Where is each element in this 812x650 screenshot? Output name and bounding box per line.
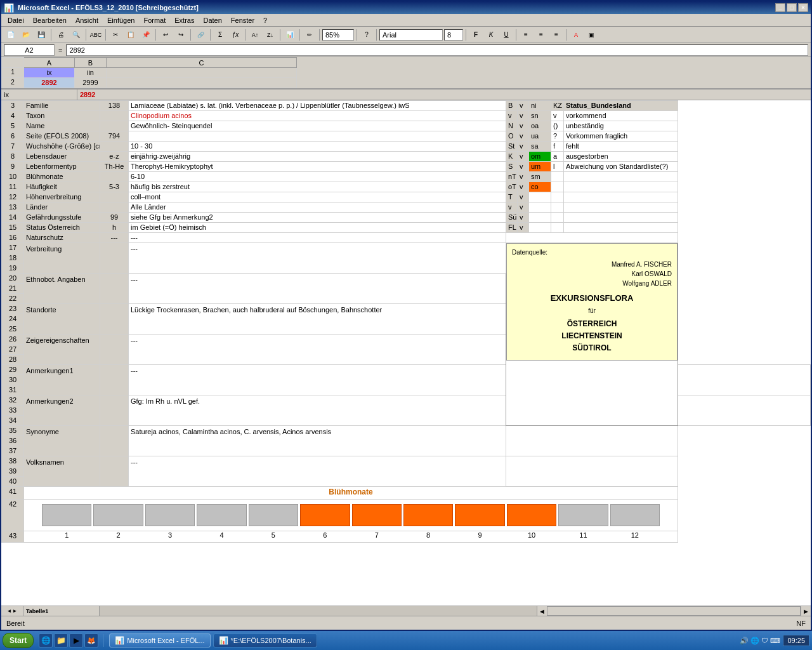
align-right-button[interactable]: ≡ bbox=[549, 29, 563, 41]
month-label-7: 7 bbox=[352, 531, 402, 539]
copy-button[interactable]: 📋 bbox=[124, 29, 138, 41]
cell-b1[interactable]: iin bbox=[75, 68, 107, 78]
month-label-6: 6 bbox=[300, 531, 350, 539]
menu-help[interactable]: ? bbox=[259, 15, 271, 25]
cell-f: f bbox=[551, 142, 564, 152]
undo-button[interactable]: ↩ bbox=[159, 29, 173, 41]
menu-extras[interactable]: Extras bbox=[171, 15, 198, 25]
formula-input[interactable] bbox=[66, 44, 808, 56]
menu-einfuegen[interactable]: Einfügen bbox=[103, 15, 138, 25]
cell-empty7 bbox=[564, 192, 678, 202]
minimize-button[interactable]: _ bbox=[775, 3, 785, 12]
name-box[interactable] bbox=[4, 44, 55, 56]
cell-sa: sa bbox=[529, 142, 551, 152]
row-bluehmonate-chart: 42 bbox=[2, 500, 811, 531]
maximize-button[interactable]: □ bbox=[787, 3, 797, 12]
menu-daten[interactable]: Daten bbox=[199, 15, 225, 25]
cell-lebensdauer-code: e-z bbox=[100, 152, 129, 162]
menu-bearbeiten[interactable]: Bearbeiten bbox=[29, 15, 70, 25]
autosum-button[interactable]: Σ bbox=[213, 29, 227, 41]
cell-synonyme-label: Synonyme bbox=[24, 426, 100, 456]
cell-v5: v bbox=[518, 131, 529, 142]
menu-datei[interactable]: Datei bbox=[4, 15, 28, 25]
cell-co-orange: co bbox=[529, 182, 551, 192]
font-color-button[interactable]: A bbox=[569, 29, 583, 41]
fill-color-button[interactable]: ▣ bbox=[584, 29, 598, 41]
scroll-h-left[interactable]: ◄ bbox=[537, 606, 547, 616]
cell-a1[interactable]: ix bbox=[24, 68, 75, 78]
cell-hoehenverbreitung-label: Höhenverbreitung bbox=[24, 192, 100, 202]
title-bar: 📊 Microsoft Excel - EFÖLS3_12_2010 [Schr… bbox=[1, 1, 811, 14]
preview-button[interactable]: 🔍 bbox=[69, 29, 83, 41]
align-left-button[interactable]: ≡ bbox=[519, 29, 533, 41]
close-button[interactable]: × bbox=[798, 3, 808, 12]
cell-kz-header: KZ bbox=[551, 101, 564, 111]
scroll-left-btn[interactable]: ◄ bbox=[7, 608, 12, 614]
cell-empty14 bbox=[529, 223, 551, 233]
chart-button[interactable]: 📊 bbox=[283, 29, 297, 41]
cell-unbestaendig: unbeständig bbox=[564, 121, 678, 131]
sort-asc-button[interactable]: A↑ bbox=[248, 29, 262, 41]
month-label-8: 8 bbox=[403, 531, 453, 539]
menu-ansicht[interactable]: Ansicht bbox=[72, 15, 102, 25]
row-laender: 13 Länder Alle Länder v v bbox=[2, 202, 811, 213]
paste-button[interactable]: 📌 bbox=[139, 29, 153, 41]
sheet-tab[interactable]: Tabelle1 bbox=[26, 608, 48, 614]
scroll-h-right[interactable]: ► bbox=[801, 606, 811, 616]
cell-c1[interactable] bbox=[107, 68, 297, 78]
zoom-input[interactable] bbox=[322, 29, 354, 41]
cell-empty15 bbox=[551, 223, 564, 233]
font-size-input[interactable] bbox=[444, 29, 463, 41]
cell-status-header: Status_Bundesland bbox=[564, 101, 678, 111]
cell-a2[interactable]: 2892 bbox=[24, 78, 75, 88]
draw-button[interactable]: ✏ bbox=[303, 29, 317, 41]
cell-v7: v bbox=[518, 152, 529, 162]
spellcheck-button[interactable]: ABC bbox=[89, 29, 103, 41]
cell-seite-label: Seite (EFÖLS 2008) bbox=[24, 131, 100, 142]
new-button[interactable]: 📄 bbox=[4, 29, 18, 41]
underline-button[interactable]: U bbox=[499, 29, 513, 41]
italic-button[interactable]: K bbox=[484, 29, 498, 41]
redo-button[interactable]: ↪ bbox=[174, 29, 188, 41]
bar-month-12 bbox=[610, 504, 660, 526]
menu-fenster[interactable]: Fenster bbox=[227, 15, 258, 25]
cell-empty1 bbox=[551, 172, 564, 182]
cell-anmerkungen2-label: Anmerkungen2 bbox=[24, 395, 100, 426]
align-center-button[interactable]: ≡ bbox=[534, 29, 548, 41]
help-button[interactable]: ? bbox=[360, 29, 374, 41]
cell-empty3 bbox=[551, 182, 564, 192]
cell-status-oesterreich-value: im Gebiet (=Ö) heimisch bbox=[129, 223, 506, 233]
cell-sm: sm bbox=[529, 172, 551, 182]
cell-b2[interactable]: 2999 bbox=[75, 78, 107, 88]
row-gefaehrdungsstufe: 14 Gefährdungsstufe 99 siehe Gfg bei Anm… bbox=[2, 213, 811, 223]
cell-verbreitung-label: Verbreitung bbox=[24, 243, 100, 274]
row-wuchshoehe: 7 Wuchshöhe (-Größe) [cm] 10 - 30 St v s… bbox=[2, 142, 811, 152]
cell-laender-code bbox=[100, 202, 129, 213]
cell-gefaehrdungsstufe-value: siehe Gfg bei Anmerkung2 bbox=[129, 213, 506, 223]
cell-nt: nT bbox=[506, 172, 518, 182]
bar-month-10 bbox=[507, 504, 556, 526]
cell-familie-value: Lamiaceae (Labiatae) s. lat. (inkl. Verb… bbox=[129, 101, 506, 111]
cell-haeufigkeit-value: häufig bis zerstreut bbox=[129, 182, 506, 192]
sort-desc-button[interactable]: Z↓ bbox=[263, 29, 277, 41]
hyperlink-button[interactable]: 🔗 bbox=[193, 29, 207, 41]
cell-c2[interactable] bbox=[107, 78, 297, 88]
bold-button[interactable]: F bbox=[469, 29, 483, 41]
save-button[interactable]: 💾 bbox=[34, 29, 48, 41]
cell-naturschutz-value: --- bbox=[129, 233, 506, 243]
cut-button[interactable]: ✂ bbox=[108, 29, 122, 41]
scroll-right-btn[interactable]: ► bbox=[13, 608, 18, 614]
cell-taxon-label: Taxon bbox=[24, 111, 100, 121]
fx-button[interactable]: ƒx bbox=[228, 29, 242, 41]
month-label-5: 5 bbox=[249, 531, 298, 539]
open-button[interactable]: 📂 bbox=[19, 29, 33, 41]
font-name-input[interactable] bbox=[379, 29, 443, 41]
cell-parens: () bbox=[551, 121, 564, 131]
menu-format[interactable]: Format bbox=[140, 15, 169, 25]
row-volksnamen: 38 Volksnamen --- bbox=[2, 456, 811, 467]
print-button[interactable]: 🖨 bbox=[54, 29, 68, 41]
row-naturschutz: 16 Naturschutz --- --- bbox=[2, 233, 811, 243]
cell-hoehenverbreitung-value: coll–mont bbox=[129, 192, 506, 202]
cell-t: T bbox=[506, 192, 518, 202]
cell-ref-label: ix bbox=[1, 90, 77, 100]
